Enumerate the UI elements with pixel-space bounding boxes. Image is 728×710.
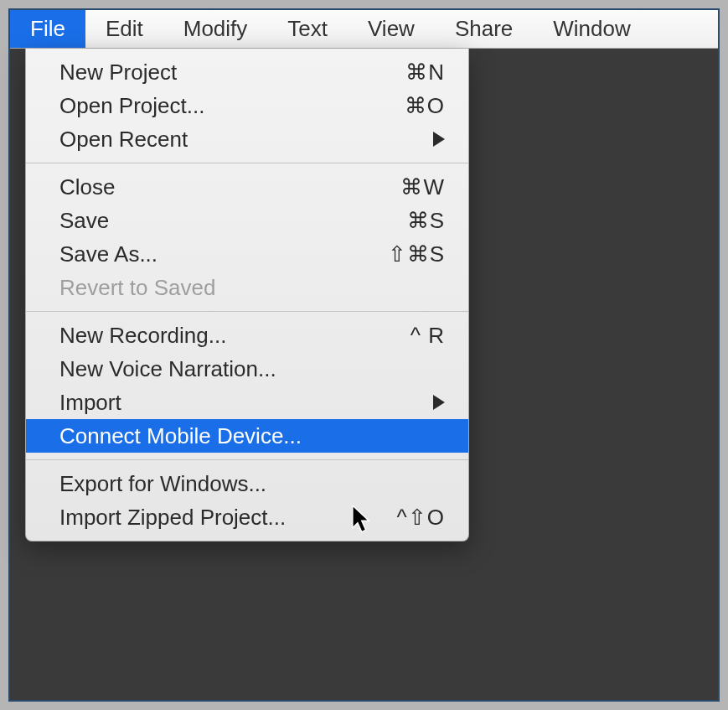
menubar-item-edit[interactable]: Edit — [85, 10, 163, 48]
menubar-item-file[interactable]: File — [10, 10, 85, 48]
menu-item-new-project[interactable]: New Project ⌘N — [26, 55, 468, 89]
menu-label: Save — [59, 208, 369, 234]
menu-label: New Voice Narration... — [59, 356, 445, 382]
menu-label: Close — [59, 174, 369, 200]
menu-label: Revert to Saved — [59, 275, 445, 301]
menu-label: New Project — [59, 60, 369, 86]
menu-label: Import — [59, 390, 433, 416]
menu-separator — [26, 311, 468, 312]
menu-shortcut: ^ R — [369, 323, 445, 349]
menu-item-import[interactable]: Import — [26, 386, 468, 419]
menubar-label: Window — [553, 16, 630, 42]
menu-label: Import Zipped Project... — [59, 505, 369, 531]
menu-shortcut: ⌘N — [369, 60, 445, 86]
menu-item-revert-to-saved: Revert to Saved — [26, 271, 468, 304]
menu-shortcut: ⌘O — [369, 93, 445, 119]
menubar-item-share[interactable]: Share — [435, 10, 533, 48]
menu-label: Open Project... — [59, 93, 369, 119]
menu-separator — [26, 163, 468, 163]
menu-item-open-project[interactable]: Open Project... ⌘O — [26, 89, 468, 122]
menu-label: Connect Mobile Device... — [59, 423, 445, 449]
menu-shortcut: ⌘W — [369, 174, 445, 200]
menu-shortcut: ⇧⌘S — [369, 241, 445, 267]
menu-item-new-recording[interactable]: New Recording... ^ R — [26, 319, 468, 352]
menu-separator — [26, 459, 468, 460]
file-menu-dropdown: New Project ⌘N Open Project... ⌘O Open R… — [25, 49, 469, 542]
content-area: New Project ⌘N Open Project... ⌘O Open R… — [10, 49, 718, 700]
menubar-item-modify[interactable]: Modify — [163, 10, 268, 48]
menubar-item-text[interactable]: Text — [267, 10, 348, 48]
menu-item-export-for-windows[interactable]: Export for Windows... — [26, 467, 468, 500]
menu-item-connect-mobile-device[interactable]: Connect Mobile Device... — [26, 419, 468, 453]
submenu-arrow-icon — [433, 395, 445, 410]
menubar-label: Share — [455, 16, 513, 42]
menu-item-open-recent[interactable]: Open Recent — [26, 122, 468, 156]
menu-label: Open Recent — [59, 127, 433, 153]
menubar-label: Modify — [183, 16, 248, 42]
menubar-item-window[interactable]: Window — [533, 10, 650, 48]
menu-shortcut: ⌘S — [369, 208, 445, 234]
submenu-arrow-icon — [433, 132, 445, 147]
menu-item-save[interactable]: Save ⌘S — [26, 204, 468, 237]
menubar-label: File — [30, 16, 65, 42]
menubar: File Edit Modify Text View Share Window — [10, 10, 718, 49]
menu-label: New Recording... — [59, 323, 369, 349]
menubar-item-view[interactable]: View — [348, 10, 435, 48]
menu-item-close[interactable]: Close ⌘W — [26, 170, 468, 204]
menu-item-new-voice-narration[interactable]: New Voice Narration... — [26, 352, 468, 386]
menu-item-save-as[interactable]: Save As... ⇧⌘S — [26, 237, 468, 271]
menubar-label: View — [368, 16, 415, 42]
menu-label: Export for Windows... — [59, 471, 445, 497]
app-window: File Edit Modify Text View Share Window … — [8, 8, 720, 702]
menubar-label: Text — [287, 16, 328, 42]
menubar-label: Edit — [106, 16, 143, 42]
menu-shortcut: ^⇧O — [369, 505, 445, 531]
menu-label: Save As... — [59, 241, 369, 267]
menu-item-import-zipped-project[interactable]: Import Zipped Project... ^⇧O — [26, 500, 468, 534]
